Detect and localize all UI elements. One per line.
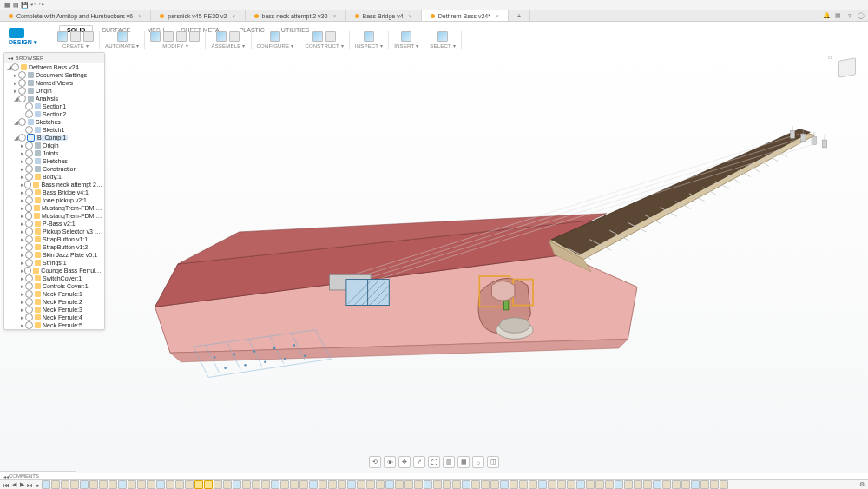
tree-node[interactable]: ◢Dethrem Bass v24: [4, 63, 104, 71]
tree-node[interactable]: ▸Skin Jazz Plate v5:1: [4, 251, 104, 259]
ribbon-tool-icon[interactable]: [57, 31, 68, 42]
timeline-feature[interactable]: [662, 480, 671, 489]
visibility-toggle-icon[interactable]: [11, 63, 19, 71]
visibility-toggle-icon[interactable]: [18, 134, 26, 142]
timeline-feature[interactable]: [223, 480, 232, 489]
visibility-toggle-icon[interactable]: [18, 118, 26, 126]
ribbon-tool-icon[interactable]: [176, 31, 187, 42]
visibility-toggle-icon[interactable]: [25, 314, 33, 321]
timeline-feature[interactable]: [137, 480, 146, 489]
visibility-toggle-icon[interactable]: [25, 196, 33, 204]
visibility-toggle-icon[interactable]: [25, 306, 33, 314]
timeline-feature[interactable]: [624, 480, 633, 489]
timeline-feature[interactable]: [166, 480, 174, 489]
fit-button[interactable]: ⛶: [428, 456, 440, 468]
timeline-feature[interactable]: [366, 480, 375, 489]
visibility-toggle-icon[interactable]: [25, 212, 32, 220]
disclosure-icon[interactable]: ▸: [20, 213, 25, 220]
timeline-feature[interactable]: [653, 480, 661, 489]
timeline-feature[interactable]: [700, 480, 709, 489]
visibility-toggle-icon[interactable]: [18, 71, 26, 79]
timeline-feature[interactable]: [672, 480, 681, 489]
tree-node[interactable]: ▸SwitchCover:1: [4, 274, 104, 282]
timeline-feature[interactable]: [108, 480, 117, 489]
timeline-feature[interactable]: [89, 480, 98, 489]
effects-button[interactable]: ☼: [472, 456, 484, 468]
visibility-toggle-icon[interactable]: [25, 142, 33, 149]
visibility-toggle-icon[interactable]: [25, 126, 33, 134]
ribbon-tool-icon[interactable]: [312, 31, 323, 42]
visibility-toggle-icon[interactable]: [25, 220, 33, 228]
timeline-feature[interactable]: [529, 480, 537, 489]
visibility-toggle-icon[interactable]: [25, 149, 33, 157]
timeline-feature[interactable]: [615, 480, 623, 489]
timeline-feature[interactable]: [204, 480, 213, 489]
timeline-feature[interactable]: [443, 480, 451, 489]
visibility-toggle-icon[interactable]: [25, 321, 33, 329]
visibility-toggle-icon[interactable]: [25, 157, 33, 165]
timeline-feature[interactable]: [280, 480, 289, 489]
visibility-toggle-icon[interactable]: [25, 251, 33, 259]
tree-node[interactable]: ◢B_Comp:1: [4, 134, 104, 142]
undo-icon[interactable]: ↶: [30, 2, 36, 9]
visibility-toggle-icon[interactable]: [25, 204, 32, 212]
ribbon-tool-icon[interactable]: [270, 31, 280, 42]
visibility-toggle-icon[interactable]: [25, 165, 33, 173]
redo-icon[interactable]: ↷: [38, 2, 45, 9]
timeline-feature[interactable]: [481, 480, 490, 489]
timeline-feature[interactable]: [452, 480, 461, 489]
timeline-transport-button[interactable]: ▶: [18, 481, 25, 488]
timeline-transport-button[interactable]: ●: [34, 481, 41, 488]
visibility-toggle-icon[interactable]: [25, 110, 33, 118]
save-icon[interactable]: 💾: [21, 2, 28, 9]
timeline-feature[interactable]: [500, 480, 509, 489]
close-icon[interactable]: ×: [138, 13, 141, 19]
view-cube-face[interactable]: [838, 57, 856, 78]
timeline-transport-button[interactable]: ⏮: [3, 481, 10, 488]
split-button[interactable]: ◫: [487, 456, 499, 468]
browser-panel[interactable]: ◂◂ BROWSER ◢Dethrem Bass v24▸Document Se…: [3, 52, 105, 330]
look-button[interactable]: 👁: [384, 456, 396, 468]
pan-button[interactable]: ✥: [398, 456, 411, 468]
orbit-button[interactable]: ⟲: [369, 456, 381, 468]
modeling-canvas[interactable]: [0, 50, 868, 473]
timeline-feature[interactable]: [51, 480, 60, 489]
tree-node[interactable]: ▸MustangTrem-FDM v2:1: [4, 204, 104, 212]
visibility-toggle-icon[interactable]: [25, 243, 33, 251]
tree-node[interactable]: ▸Neck Ferrule:2: [4, 298, 104, 306]
ribbon-group-label[interactable]: INSPECT: [355, 43, 383, 49]
timeline-feature[interactable]: [567, 480, 575, 489]
file-tab[interactable]: Complete with Armitop and Humbuckers v6×: [0, 10, 151, 21]
visibility-toggle-icon[interactable]: [25, 188, 33, 196]
timeline-feature[interactable]: [557, 480, 566, 489]
timeline-feature[interactable]: [233, 480, 241, 489]
visibility-toggle-icon[interactable]: [25, 290, 33, 298]
timeline-feature[interactable]: [309, 480, 318, 489]
tree-node[interactable]: ▸Pickup Selector v3 4:1: [4, 228, 104, 235]
extensions-icon[interactable]: ▦: [834, 12, 842, 20]
ribbon-group-label[interactable]: SELECT: [430, 43, 456, 49]
tree-node[interactable]: ▸Bass Bridge v4:1: [4, 188, 104, 196]
tree-node[interactable]: ▸StrapButton v1:1: [4, 235, 104, 243]
visibility-toggle-icon[interactable]: [25, 259, 33, 267]
help-icon[interactable]: ?: [845, 12, 853, 20]
timeline-feature[interactable]: [338, 480, 346, 489]
ribbon-tool-icon[interactable]: [189, 31, 200, 42]
timeline-feature[interactable]: [156, 480, 165, 489]
home-view-icon[interactable]: ⌂: [828, 54, 832, 60]
timeline-feature[interactable]: [70, 480, 79, 489]
timeline-settings-icon[interactable]: ⚙: [858, 481, 865, 488]
timeline-feature[interactable]: [595, 480, 604, 489]
file-tab[interactable]: Dethrem Bass v24*×: [422, 10, 509, 21]
ribbon-tool-icon[interactable]: [229, 31, 240, 42]
timeline-feature[interactable]: [519, 480, 528, 489]
ribbon-group-label[interactable]: MODIFY: [162, 43, 188, 49]
timeline-feature[interactable]: [347, 480, 356, 489]
timeline-feature[interactable]: [395, 480, 404, 489]
timeline-feature[interactable]: [462, 480, 470, 489]
notifications-icon[interactable]: 🔔: [823, 12, 831, 20]
close-icon[interactable]: ×: [232, 13, 235, 19]
workspace-switcher[interactable]: DESIGN: [3, 22, 43, 51]
tree-node[interactable]: ▸Joints: [4, 149, 104, 157]
timeline-feature[interactable]: [586, 480, 595, 489]
